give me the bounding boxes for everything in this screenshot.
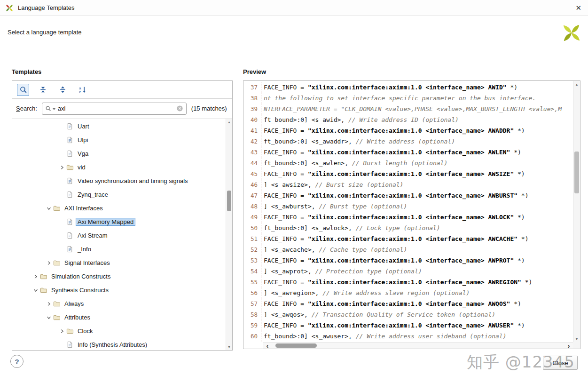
chevron-right-icon[interactable] xyxy=(33,274,39,279)
code-line: 60ft_bound>:0] <s_awuser>, // Write addr… xyxy=(243,331,573,342)
tree-item-label: vid xyxy=(76,163,87,171)
templates-panel-title: Templates xyxy=(12,68,41,75)
window-close-icon[interactable]: ✕ xyxy=(575,4,581,11)
tree-item-axi-memory-mapped[interactable]: Axi Memory Mapped xyxy=(12,215,232,229)
tree-item-info[interactable]: _Info xyxy=(12,242,232,256)
folder-icon xyxy=(53,314,60,321)
tree-scrollbar-thumb[interactable] xyxy=(227,191,231,211)
line-number: 51 xyxy=(243,233,261,244)
line-number: 53 xyxy=(243,255,261,266)
chevron-right-icon[interactable] xyxy=(59,165,65,170)
code-text: FACE_INFO = "xilinx.com:interface:aximm:… xyxy=(261,190,573,201)
sort-button[interactable]: az xyxy=(76,84,88,96)
code-line: 57FACE_INFO = "xilinx.com:interface:axim… xyxy=(243,298,573,309)
code-lines: 37FACE_INFO = "xilinx.com:interface:axim… xyxy=(243,81,573,342)
line-number: 50 xyxy=(243,223,261,233)
folder-icon xyxy=(66,327,73,335)
tree-item-always[interactable]: Always xyxy=(12,297,232,311)
code-line: 38nt the following to set interface spec… xyxy=(243,93,573,104)
preview-vscroll-thumb[interactable] xyxy=(574,152,579,193)
tree-item-label: Vga xyxy=(76,150,90,158)
tree-item-label: Zynq_trace xyxy=(76,191,110,199)
document-icon xyxy=(66,136,73,144)
search-icon xyxy=(19,86,27,94)
document-icon xyxy=(66,232,73,239)
tree-scrollbar[interactable]: ▲ ▼ xyxy=(226,119,232,350)
code-line: 51FACE_INFO = "xilinx.com:interface:axim… xyxy=(243,233,573,244)
collapse-all-button[interactable] xyxy=(37,84,49,96)
line-number: 37 xyxy=(243,82,261,93)
tree-item-label: Uart xyxy=(76,122,91,130)
chevron-right-icon[interactable] xyxy=(46,301,52,307)
code-line: 56] <s_awregion>, // Write address slave… xyxy=(243,287,573,298)
tree-item-ulpi[interactable]: Ulpi xyxy=(12,133,232,147)
scroll-down-icon[interactable]: ▼ xyxy=(226,343,232,350)
chevron-down-icon[interactable] xyxy=(46,206,52,211)
preview-panel-title: Preview xyxy=(243,68,266,75)
search-input[interactable] xyxy=(58,105,176,112)
chevron-spacer xyxy=(57,123,66,130)
preview-hscroll-thumb[interactable] xyxy=(275,343,317,348)
code-text: NTERFACE_PARAMETER = "CLK_DOMAIN <value>… xyxy=(261,104,573,114)
tree-item-zynq-trace[interactable]: Zynq_trace xyxy=(12,188,232,201)
folder-icon xyxy=(53,205,60,212)
tree-item-vga[interactable]: Vga xyxy=(12,147,232,160)
clear-search-icon[interactable] xyxy=(176,105,183,112)
search-label: Search: xyxy=(16,105,37,112)
line-number: 54 xyxy=(243,266,261,277)
tree-item-attributes[interactable]: Attributes xyxy=(12,311,232,324)
code-text: FACE_INFO = "xilinx.com:interface:aximm:… xyxy=(261,147,573,158)
line-number: 39 xyxy=(243,104,261,114)
folder-icon xyxy=(53,300,60,307)
code-text: FACE_INFO = "xilinx.com:interface:aximm:… xyxy=(261,125,573,136)
tree-item-signal-interfaces[interactable]: Signal Interfaces xyxy=(12,256,232,270)
preview-vertical-scrollbar[interactable]: ▲ ▼ xyxy=(573,81,580,342)
scroll-left-icon[interactable]: ‹ xyxy=(263,343,272,349)
tree-item-label: Video synchronization and timing signals xyxy=(76,177,190,185)
tree-item-info-synthesis-attributes[interactable]: Info (Synthesis Attributes) xyxy=(12,338,232,350)
line-number: 43 xyxy=(243,147,261,158)
dialog-subtitle: Select a language template xyxy=(8,29,82,36)
tree-item-axi-interfaces[interactable]: AXI Interfaces xyxy=(12,201,232,215)
tree-item-simulation-constructs[interactable]: Simulation Constructs xyxy=(12,270,232,283)
search-box[interactable] xyxy=(42,103,187,115)
code-line: 59FACE_INFO = "xilinx.com:interface:axim… xyxy=(243,320,573,331)
code-text: FACE_INFO = "xilinx.com:interface:aximm:… xyxy=(261,255,573,266)
scroll-up-icon[interactable]: ▲ xyxy=(573,81,580,88)
scroll-up-icon[interactable]: ▲ xyxy=(226,119,232,125)
expand-all-button[interactable] xyxy=(56,84,69,96)
code-line: 58] <s_awqos>, // Transaction Quality of… xyxy=(243,309,573,320)
help-button[interactable]: ? xyxy=(10,355,24,368)
app-logo-icon xyxy=(5,3,14,13)
search-options-caret-icon[interactable] xyxy=(53,108,55,110)
line-number: 44 xyxy=(243,158,261,168)
tree-item-vid[interactable]: vid xyxy=(12,160,232,174)
search-toggle-button[interactable] xyxy=(17,84,29,96)
tree-item-video-synchronization-and-timing-signals[interactable]: Video synchronization and timing signals xyxy=(12,174,232,188)
close-button[interactable]: Close xyxy=(543,356,578,370)
code-text: ] <s_awregion>, // Write address slave r… xyxy=(261,287,573,298)
code-text: FACE_INFO = "xilinx.com:interface:aximm:… xyxy=(261,168,573,179)
preview-horizontal-scrollbar[interactable]: ‹ › xyxy=(263,342,573,349)
tree-item-label: Synthesis Constructs xyxy=(49,286,110,294)
chevron-right-icon[interactable] xyxy=(46,260,52,266)
tree-item-synthesis-constructs[interactable]: Synthesis Constructs xyxy=(12,283,232,297)
chevron-down-icon[interactable] xyxy=(33,287,39,293)
scroll-down-icon[interactable]: ▼ xyxy=(573,335,580,342)
code-text: FACE_INFO = "xilinx.com:interface:aximm:… xyxy=(261,277,573,287)
chevron-spacer xyxy=(57,137,66,144)
preview-panel: 37FACE_INFO = "xilinx.com:interface:axim… xyxy=(243,80,580,349)
scrollbar-corner xyxy=(573,342,580,349)
code-text: FACE_INFO = "xilinx.com:interface:aximm:… xyxy=(261,298,573,309)
code-line: 45FACE_INFO = "xilinx.com:interface:axim… xyxy=(243,168,573,179)
tree-item-axi-stream[interactable]: Axi Stream xyxy=(12,229,232,242)
scroll-right-icon[interactable]: › xyxy=(564,343,573,349)
template-tree: ▲ ▼ UartUlpiVgavidVideo synchronization … xyxy=(12,119,232,350)
templates-panel: az Search: (15 matches) ▲ ▼ UartUlpiVgav… xyxy=(12,80,233,351)
chevron-right-icon[interactable] xyxy=(59,328,65,334)
folder-icon xyxy=(66,164,73,171)
tree-item-clock[interactable]: Clock xyxy=(12,324,232,338)
search-icon xyxy=(45,105,51,112)
chevron-down-icon[interactable] xyxy=(46,315,52,320)
tree-item-uart[interactable]: Uart xyxy=(12,120,232,133)
